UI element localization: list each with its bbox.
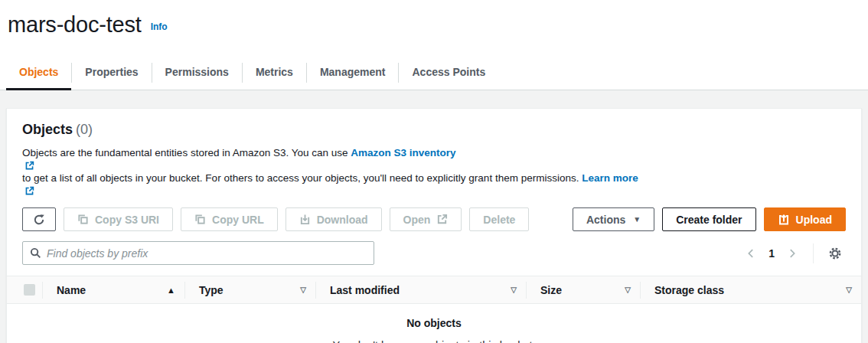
refresh-button[interactable] [22,207,56,231]
column-header-storage-class[interactable]: Storage class ▽ [641,276,861,303]
objects-heading: Objects [22,122,73,137]
next-page-button[interactable] [782,243,802,263]
external-link-icon [24,186,34,196]
refresh-icon [33,214,45,226]
gear-icon [828,247,842,260]
empty-state-message: You don't have any objects in this bucke… [7,339,861,343]
column-header-last-modified[interactable]: Last modified ▽ [316,276,526,303]
search-row: 1 [22,241,846,265]
page-header: mars-doc-test Info Objects Properties Pe… [0,0,868,90]
external-link-icon [436,214,448,225]
button-label: Delete [483,214,515,226]
description-text: Objects are the fundamental entities sto… [22,147,351,158]
external-link-icon [24,161,34,171]
sort-ascending-icon[interactable]: ▲ [167,286,175,295]
copy-icon [77,214,89,225]
button-label: Open [403,214,431,226]
column-header-type[interactable]: Type ▽ [185,276,315,303]
column-label: Type [199,284,224,296]
column-label: Storage class [654,284,724,296]
delete-button[interactable]: Delete [469,207,529,231]
empty-state-title: No objects [7,317,861,329]
tab-access-points[interactable]: Access Points [399,55,498,90]
objects-panel: Objects (0) Objects are the fundamental … [6,108,862,343]
caret-down-icon: ▼ [633,215,641,224]
pagination: 1 [741,243,846,264]
create-folder-button[interactable]: Create folder [662,207,755,231]
link-label: Amazon S3 inventory [351,147,455,158]
link-label: Learn more [582,172,638,184]
column-label: Last modified [330,284,400,296]
previous-page-button[interactable] [741,243,761,263]
copy-icon [194,214,206,225]
copy-url-button[interactable]: Copy URL [181,207,278,231]
tab-management[interactable]: Management [307,55,399,90]
download-icon [299,214,311,225]
sort-icon[interactable]: ▽ [625,286,631,294]
button-label: Actions [586,214,625,226]
pagination-divider [813,243,814,263]
open-button[interactable]: Open [390,207,462,231]
select-all-checkbox[interactable] [24,284,35,296]
upload-icon [778,214,790,226]
search-input[interactable] [47,247,367,260]
info-link[interactable]: Info [151,21,168,32]
objects-toolbar: Copy S3 URI Copy URL Download Open Delet… [22,207,846,231]
chevron-right-icon [787,248,798,259]
search-box [22,241,374,265]
column-header-size[interactable]: Size ▽ [527,276,640,303]
select-all-cell [7,276,42,303]
column-label: Name [57,284,86,296]
tab-metrics[interactable]: Metrics [243,55,306,90]
column-label: Size [540,284,562,296]
chevron-left-icon [746,248,756,259]
empty-state: No objects You don't have any objects in… [7,304,861,343]
upload-button[interactable]: Upload [764,207,846,231]
current-page-number: 1 [764,247,779,260]
button-label: Copy URL [212,214,264,226]
button-label: Create folder [676,214,742,226]
actions-dropdown-button[interactable]: Actions ▼ [573,207,654,231]
button-label: Copy S3 URI [95,214,159,226]
tab-bar: Objects Properties Permissions Metrics M… [0,55,868,90]
search-icon [30,247,41,259]
page-title: mars-doc-test [8,11,142,38]
download-button[interactable]: Download [286,207,382,231]
preferences-gear-button[interactable] [824,243,846,264]
tab-properties[interactable]: Properties [72,55,151,90]
description-text: to get a list of all objects in your buc… [22,172,582,184]
objects-description: Objects are the fundamental entities sto… [22,145,846,196]
column-header-name[interactable]: Name ▲ [43,276,184,303]
tab-objects[interactable]: Objects [6,55,71,90]
objects-table-header: Name ▲ Type ▽ Last modified ▽ Size ▽ Sto… [7,276,861,304]
tab-permissions[interactable]: Permissions [152,55,242,90]
panel-heading: Objects (0) [22,122,846,138]
button-label: Upload [796,214,832,226]
button-label: Download [317,214,368,226]
sort-icon[interactable]: ▽ [511,286,517,294]
sort-icon[interactable]: ▽ [846,286,852,294]
objects-count: (0) [76,122,93,137]
copy-s3-uri-button[interactable]: Copy S3 URI [64,207,173,231]
sort-icon[interactable]: ▽ [300,286,306,294]
